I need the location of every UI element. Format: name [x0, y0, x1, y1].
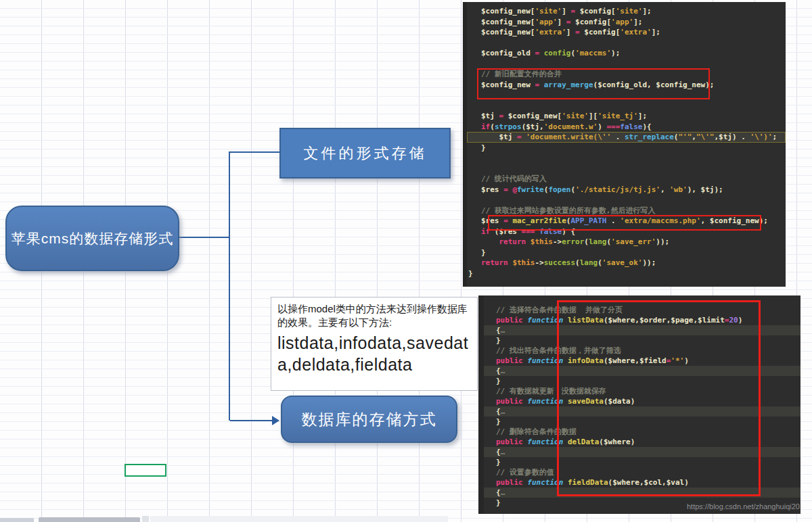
taskbar-fragment	[39, 517, 140, 522]
flow-node-db-storage[interactable]: 数据库的存储方式	[281, 396, 457, 443]
slide-canvas: 苹果cms的数据存储形式 文件的形式存储 数据库的存储方式 以操作model类中…	[0, 0, 812, 522]
code-lines-top: $config_new['site'] = $config['site'];$c…	[467, 6, 786, 279]
red-highlight-box-merge	[477, 68, 710, 99]
code-line	[467, 195, 786, 206]
taskbar-fragment	[142, 516, 149, 522]
code-line: $tj = 'document.write(\'' . str_replace(…	[467, 132, 786, 143]
taskbar-fragment	[0, 518, 34, 522]
code-line: return $this->error(lang('save_err'));	[467, 237, 786, 247]
red-highlight-box-methods	[557, 300, 761, 496]
flow-node-file-label: 文件的形式存储	[304, 143, 427, 164]
red-highlight-box-arr2file	[488, 215, 761, 231]
watermark-url: https://blog.csdn.net/zhanghuiqi20	[687, 502, 800, 511]
connector-root-to-trunk	[179, 237, 230, 238]
arrow-head-icon	[272, 416, 279, 425]
connector-to-file-node	[230, 151, 279, 153]
flow-node-file-storage[interactable]: 文件的形式存储	[279, 128, 451, 179]
code-line: $res = @fwrite(fopen('./static/js/tj.js'…	[467, 185, 786, 195]
code-line: // 获取过来网站参数设置的所有参数,然后进行写入	[467, 206, 786, 216]
flow-node-db-label: 数据库的存储方式	[302, 409, 437, 430]
code-line	[467, 38, 786, 49]
code-line: return $this->success(lang('save_ok'));	[467, 258, 786, 268]
note-intro-text: 以操作model类中的方法来达到操作数据库的效果。主要有以下方法:	[277, 302, 471, 330]
code-line: $config_new['site'] = $config['site'];	[467, 6, 786, 17]
code-line: // 统计代码的写入	[467, 174, 786, 185]
note-methods-text: listdata,infodata,savedata,deldata,field…	[277, 332, 471, 376]
note-box: 以操作model类中的方法来达到操作数据库的效果。主要有以下方法: listda…	[271, 297, 478, 391]
code-line	[467, 101, 786, 112]
code-line: $config_old = config('maccms');	[467, 48, 786, 59]
code-editor-bottom: // 选择符合条件的数据 并做了分页public function listDa…	[478, 295, 800, 514]
connector-to-db-node	[230, 420, 273, 421]
code-line: if(strpos($tj,'document.w') ===false){	[467, 122, 786, 133]
flow-node-root-label: 苹果cms的数据存储形式	[12, 229, 174, 248]
code-line: }	[467, 247, 786, 258]
taskbar-fragment	[150, 516, 448, 522]
code-editor-top: $config_new['site'] = $config['site'];$c…	[463, 2, 786, 287]
code-line	[467, 153, 786, 164]
selected-cell[interactable]	[125, 464, 166, 477]
flow-node-root[interactable]: 苹果cms的数据存储形式	[5, 206, 179, 271]
connector-trunk	[229, 151, 230, 421]
code-line: }	[467, 268, 786, 279]
code-line	[467, 164, 786, 174]
code-line: $config_new['extra'] = $config['extra'];	[467, 27, 786, 38]
code-line	[467, 59, 786, 70]
code-line: $config_new['app'] = $config['app'];	[467, 17, 786, 28]
code-line: }	[467, 143, 786, 153]
code-line: $tj = $config_new['site']['site_tj'];	[467, 111, 786, 122]
